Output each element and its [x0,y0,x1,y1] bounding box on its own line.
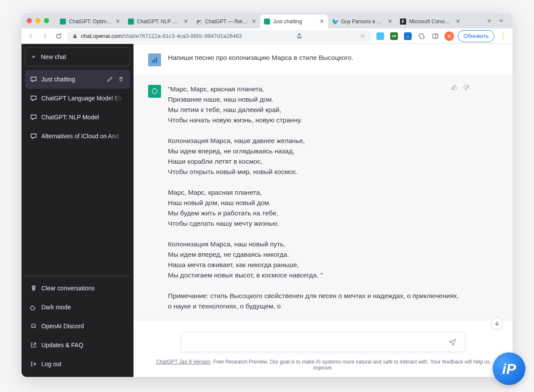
browser-tab[interactable]: Just chatting✕ [260,15,328,28]
bookmark-icon[interactable]: ☆ [359,33,366,39]
trash-icon [30,285,37,292]
tab-favicon [264,18,270,25]
tab-dropdown-button[interactable] [495,15,507,27]
tab-close-icon[interactable]: ✕ [115,19,121,25]
clear-conversations-button[interactable]: Clear conversations [25,279,130,298]
address-bar[interactable]: chat.openai.com/chat/e767122a-81c3-4ca3-… [67,30,372,42]
chat-icon [30,133,37,140]
tab-close-icon[interactable]: ✕ [319,19,325,25]
dark-label: Dark mode [41,304,71,311]
new-chat-label: New chat [41,53,66,60]
logout-button[interactable]: Log out [25,355,130,373]
share-icon[interactable] [296,33,304,39]
titlebar: ChatGPT: Optimizing✕ChatGPT: NLP Model✕◩… [22,13,512,28]
conversation-item[interactable]: Just chatting [25,70,130,89]
tab-label: ChatGPT: NLP Model [137,19,180,25]
extension-us-icon[interactable]: US [389,31,399,41]
browser-tab[interactable]: ChatGPT: NLP Model✕ [124,15,192,28]
footer: ChatGPT Jan 9 Version. Free Research Pre… [134,355,512,377]
conversation-label: ChatGPT: NLP Model [41,114,125,121]
svg-rect-1 [433,34,438,38]
svg-point-3 [32,326,33,327]
feedback-buttons [451,84,469,91]
tab-favicon [127,18,134,25]
new-chat-button[interactable]: ＋ New chat [25,47,130,66]
clear-label: Clear conversations [41,285,95,292]
version-link[interactable]: ChatGPT Jan 9 Version [156,359,211,365]
message-input[interactable] [187,338,447,346]
browser-tab[interactable]: ◩ChatGPT — Release✕ [192,15,260,28]
plus-icon: ＋ [31,53,37,61]
thumbs-down-icon[interactable] [463,84,469,91]
discord-button[interactable]: OpenAI Discord [25,317,130,336]
user-message-text: Напиши песню про колонизацию Марса в сти… [168,53,512,66]
close-window-button[interactable] [27,18,32,23]
moon-icon [30,304,37,311]
tab-favicon: F [400,18,407,25]
conversation-list: Just chattingChatGPT Language Model ExCh… [25,70,130,274]
extension-cloud-icon[interactable] [375,31,385,41]
forward-button[interactable] [40,31,50,41]
chat-scroll[interactable]: Напиши песню про колонизацию Марса в сти… [134,44,512,326]
main-panel: Напиши песню про колонизацию Марса в сти… [134,44,512,377]
delete-icon[interactable] [118,76,125,82]
external-link-icon [30,342,37,348]
discord-label: OpenAI Discord [41,323,84,330]
logout-icon [30,361,37,367]
svg-rect-7 [156,57,157,63]
back-button[interactable] [26,31,36,41]
browser-window: ChatGPT: Optimizing✕ChatGPT: NLP Model✕◩… [22,13,512,377]
send-button[interactable] [447,336,459,348]
browser-tab[interactable]: 🐦Guy Parsons в Твит✕ [328,15,396,28]
tab-label: Just chatting [273,19,316,25]
sidebar-divider [25,276,130,276]
update-button[interactable]: Обновить [458,30,494,42]
tab-close-icon[interactable]: ✕ [455,19,461,25]
tab-close-icon[interactable]: ✕ [183,19,189,25]
conversation-item[interactable]: ChatGPT Language Model Ex [25,89,130,108]
tab-close-icon[interactable]: ✕ [251,19,257,25]
assistant-message-text: "Марс, Марс, красная планета, Призвание … [168,84,512,311]
new-tab-button[interactable]: ＋ [483,15,495,27]
edit-icon[interactable] [107,76,114,82]
chat-icon [30,95,37,102]
lock-icon [72,34,78,39]
conversation-item[interactable]: ChatGPT: NLP Model [25,108,130,127]
footer-text: . Free Research Preview. Our goal is to … [210,359,490,371]
app-content: ＋ New chat Just chattingChatGPT Language… [22,44,512,377]
tab-favicon: 🐦 [332,18,338,25]
user-avatar [148,53,161,66]
browser-tab[interactable]: ChatGPT: Optimizing✕ [56,15,124,28]
extensions-icon[interactable] [416,31,427,41]
svg-rect-5 [152,60,153,63]
dark-mode-button[interactable]: Dark mode [25,298,130,317]
toolbar: chat.openai.com/chat/e767122a-81c3-4ca3-… [22,28,512,44]
conversation-item[interactable]: Alternatives of iCloud on And [25,127,130,146]
logout-label: Log out [41,361,62,367]
tab-label: Microsoft Considers [409,19,452,25]
conversation-label: Alternatives of iCloud on And [41,133,125,140]
window-controls [27,18,49,23]
reload-button[interactable] [53,31,64,41]
profile-avatar[interactable]: п [444,31,454,41]
tab-favicon [59,18,66,25]
browser-menu-button[interactable]: ⋮ [498,32,508,40]
conversation-label: ChatGPT Language Model Ex [41,95,125,102]
tab-label: ChatGPT — Release [205,19,248,25]
svg-point-4 [34,326,35,327]
svg-rect-0 [74,36,77,38]
scroll-to-bottom-button[interactable] [491,317,503,330]
faq-label: Updates & FAQ [41,342,83,348]
browser-tab[interactable]: FMicrosoft Considers✕ [396,15,464,28]
tab-strip: ChatGPT: Optimizing✕ChatGPT: NLP Model✕◩… [56,13,481,28]
tab-close-icon[interactable]: ✕ [387,19,393,25]
thumbs-up-icon[interactable] [451,84,458,91]
sidepanel-icon[interactable] [430,31,441,41]
minimize-window-button[interactable] [35,18,40,23]
tab-label: Guy Parsons в Твит [341,19,384,25]
sidebar: ＋ New chat Just chattingChatGPT Language… [22,44,134,377]
extension-download-icon[interactable]: ↓ [403,31,413,41]
maximize-window-button[interactable] [44,18,49,23]
updates-faq-button[interactable]: Updates & FAQ [25,336,130,355]
discord-icon [30,323,37,330]
